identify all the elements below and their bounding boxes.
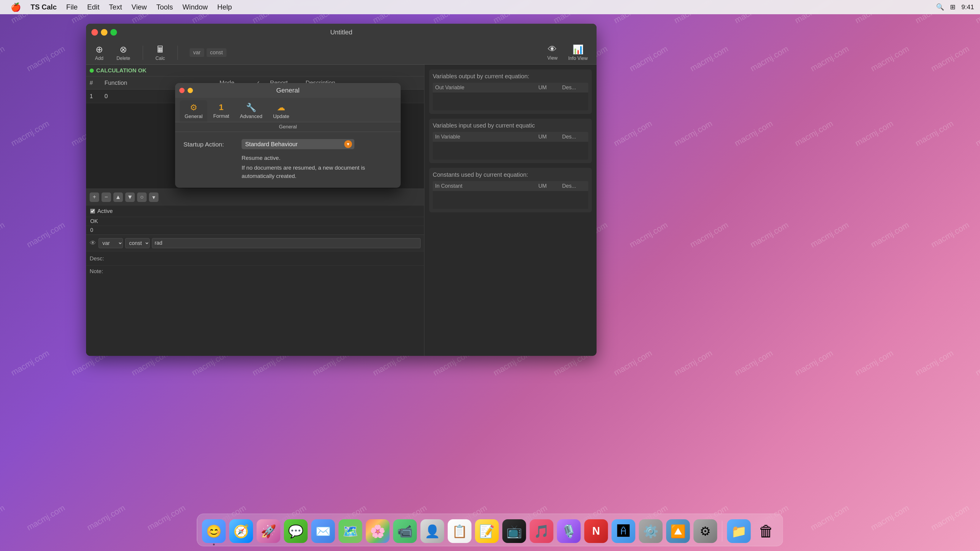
note-row: Note: (86, 265, 424, 356)
input-variables-section: Variables input used by current equatic … (429, 119, 592, 163)
dock-files[interactable]: 📁 (727, 519, 751, 543)
note-textarea[interactable] (113, 268, 420, 292)
dock-messages[interactable]: 💬 (284, 519, 308, 543)
dock-appstore[interactable]: 🅰 (612, 519, 635, 543)
dialog-minimize-button[interactable] (188, 88, 193, 93)
input-row: 👁 var const const (86, 235, 424, 251)
delete-button[interactable]: ⊗ Delete (113, 43, 133, 63)
advanced-tab-label: Advanced (240, 114, 262, 119)
menu-help[interactable]: Help (213, 0, 237, 14)
dock-notes[interactable]: 📝 (475, 519, 499, 543)
eye-icon[interactable]: 👁 (90, 239, 96, 247)
dropdown-button[interactable]: ▾ (149, 192, 159, 202)
menu-window[interactable]: Window (178, 0, 213, 14)
remove-row-button[interactable]: − (102, 192, 111, 202)
dock-altimeter[interactable]: 🔼 (666, 519, 690, 543)
facetime-icon: 📹 (398, 524, 413, 538)
desc-input[interactable] (113, 255, 420, 262)
format-tab-icon: 1 (219, 103, 224, 112)
messages-icon: 💬 (288, 524, 304, 538)
tab-advanced[interactable]: 🔧 Advanced (235, 100, 267, 122)
general-tab-label: General (185, 114, 202, 119)
dock-safari[interactable]: 🧭 (229, 519, 253, 543)
active-checkbox[interactable] (90, 209, 95, 214)
output-vars-body (433, 92, 588, 110)
dock-settings2[interactable]: ⚙ (694, 519, 718, 543)
desc-row: Desc: (86, 251, 424, 265)
up-button[interactable]: ▲ (113, 192, 123, 202)
const-select[interactable]: const (125, 238, 150, 248)
dock-finder[interactable]: 😊 (202, 519, 226, 543)
description-line1: Resume active. (242, 154, 392, 162)
view-button[interactable]: 👁 View (544, 43, 560, 63)
var-input[interactable]: var (190, 48, 204, 57)
calc-button[interactable]: 🖩 Calc (153, 43, 168, 63)
dock-reminders[interactable]: 📋 (448, 519, 472, 543)
dock-photos[interactable]: 🌸 (366, 519, 390, 543)
tab-format[interactable]: 1 Format (208, 100, 234, 122)
menu-view[interactable]: View (127, 0, 152, 14)
toolbar-divider-1 (143, 46, 143, 60)
finder-dot (213, 544, 215, 545)
formula-input[interactable] (152, 238, 420, 248)
window-minimize-button[interactable] (101, 29, 107, 36)
dock-launchpad[interactable]: 🚀 (257, 519, 280, 543)
menu-text[interactable]: Text (104, 0, 127, 14)
zero-text: 0 (90, 227, 93, 233)
var-select[interactable]: var const (99, 238, 123, 248)
tab-general[interactable]: ⚙ General (180, 100, 207, 122)
tab-update[interactable]: ☁ Update (268, 100, 294, 122)
general-tab-icon: ⚙ (190, 103, 197, 113)
circle-button[interactable]: ○ (137, 192, 146, 202)
appstore-icon: 🅰 (617, 524, 630, 538)
menu-file[interactable]: File (61, 0, 83, 14)
down-button[interactable]: ▼ (125, 192, 135, 202)
menubar-search-icon[interactable]: 🔍 (936, 3, 944, 11)
safari-icon: 🧭 (234, 524, 249, 538)
window-maximize-button[interactable] (110, 29, 117, 36)
output-variables-title: Variables output by current equation: (433, 73, 588, 80)
dock-appletv[interactable]: 📺 (503, 519, 526, 543)
menu-edit[interactable]: Edit (83, 0, 104, 14)
dock-maps[interactable]: 🗺️ (339, 519, 363, 543)
menu-tools[interactable]: Tools (152, 0, 178, 14)
startup-action-select[interactable]: Standard Behaviour New Document Open Las… (242, 139, 354, 149)
constants-title: Constants used by current equation: (433, 171, 588, 178)
in-des-col: Des... (562, 134, 586, 140)
const-des-col: Des... (562, 183, 586, 189)
format-tab-label: Format (213, 113, 229, 119)
window-title: Untitled (330, 29, 353, 36)
settings2-icon: ⚙ (700, 524, 711, 538)
menu-tscalc[interactable]: TS Calc (26, 0, 61, 14)
dock-music[interactable]: 🎵 (530, 519, 554, 543)
const-input[interactable]: const (207, 48, 226, 57)
notes-icon: 📝 (479, 524, 495, 538)
menu-bar: 🍎 TS Calc File Edit Text View Tools Wind… (0, 0, 980, 14)
dock-contacts[interactable]: 👤 (420, 519, 444, 543)
ok-row: OK (86, 217, 424, 225)
dock-facetime[interactable]: 📹 (393, 519, 417, 543)
delete-icon: ⊗ (119, 44, 127, 54)
dock-news[interactable]: N (584, 519, 608, 543)
toolbar-right: 👁 View 📊 Info View (544, 43, 590, 63)
dock-podcasts[interactable]: 🎙️ (557, 519, 581, 543)
dock-trash[interactable]: 🗑 (754, 519, 778, 543)
window-close-button[interactable] (91, 29, 98, 36)
dock-systemprefs[interactable]: ⚙️ (639, 519, 663, 543)
general-dialog: General ⚙ General 1 Format 🔧 Advanced ☁ … (175, 83, 401, 188)
delete-label: Delete (116, 56, 130, 61)
add-button[interactable]: ⊕ Add (92, 43, 106, 63)
dock-mail[interactable]: ✉️ (311, 519, 335, 543)
startup-action-content: Standard Behaviour New Document Open Las… (242, 139, 392, 149)
menubar-control-icon[interactable]: ⊞ (950, 3, 955, 11)
startup-action-label: Startup Action: (183, 139, 237, 148)
apple-menu[interactable]: 🍎 (6, 0, 26, 14)
description-line2: If no documents are resumed, a new docum… (242, 164, 392, 181)
info-view-label: Info View (568, 56, 588, 61)
info-view-button[interactable]: 📊 Info View (565, 43, 590, 63)
dialog-body: Startup Action: Standard Behaviour New D… (175, 132, 401, 188)
add-row-button[interactable]: + (90, 192, 99, 202)
dialog-close-button[interactable] (179, 88, 185, 93)
altimeter-icon: 🔼 (670, 524, 686, 538)
files-icon: 📁 (731, 524, 747, 538)
